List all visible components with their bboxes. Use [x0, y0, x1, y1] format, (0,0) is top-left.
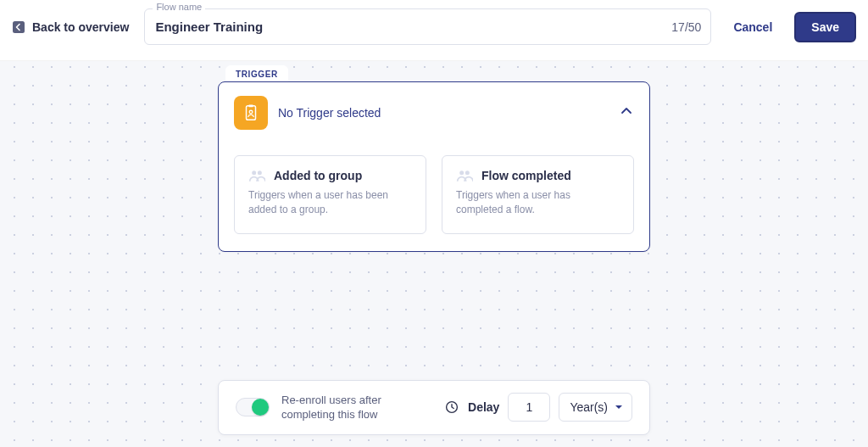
option-title: Flow completed: [481, 169, 571, 182]
reenroll-label: Re-enroll users after completing this fl…: [281, 393, 432, 422]
delay-section: Delay Year(s): [444, 393, 632, 422]
trigger-tab: TRIGGER: [225, 65, 288, 81]
back-label: Back to overview: [32, 20, 129, 34]
cancel-button[interactable]: Cancel: [726, 15, 779, 39]
collapse-button[interactable]: [619, 103, 634, 122]
trigger-icon: [234, 96, 268, 130]
svg-point-5: [258, 170, 262, 175]
trigger-header: No Trigger selected: [234, 96, 634, 130]
flow-name-field: Flow name 17/50: [144, 8, 711, 45]
option-desc: Triggers when a user has been added to a…: [248, 188, 412, 218]
flow-canvas: TRIGGER No Trigger selected: [0, 53, 868, 447]
svg-point-3: [249, 110, 253, 114]
option-title: Added to group: [274, 169, 362, 182]
reenroll-card: Re-enroll users after completing this fl…: [218, 380, 650, 435]
trigger-card: TRIGGER No Trigger selected: [218, 81, 650, 252]
clock-icon: [444, 400, 459, 415]
chevron-up-icon: [619, 103, 634, 122]
delay-label: Delay: [468, 400, 499, 414]
delay-unit-value: Year(s): [570, 400, 608, 414]
reenroll-toggle[interactable]: [236, 398, 270, 416]
svg-point-7: [465, 170, 470, 175]
users-icon: [248, 168, 265, 183]
trigger-option-added-to-group[interactable]: Added to group Triggers when a user has …: [234, 155, 426, 234]
svg-point-6: [459, 170, 464, 175]
trigger-options: Added to group Triggers when a user has …: [234, 155, 634, 234]
delay-unit-select[interactable]: Year(s): [559, 393, 632, 422]
delay-value-input[interactable]: [508, 393, 550, 422]
char-count: 17/50: [671, 20, 701, 34]
save-button[interactable]: Save: [794, 12, 856, 42]
svg-rect-1: [247, 106, 256, 120]
trigger-title: No Trigger selected: [278, 106, 609, 120]
svg-rect-0: [13, 21, 25, 33]
users-icon: [456, 168, 473, 183]
caret-down-icon: [615, 400, 623, 414]
back-link[interactable]: Back to overview: [12, 20, 129, 34]
flow-name-input[interactable]: [144, 8, 711, 45]
svg-rect-2: [248, 104, 253, 107]
trigger-option-flow-completed[interactable]: Flow completed Triggers when a user has …: [442, 155, 634, 234]
toggle-knob: [252, 399, 269, 416]
arrow-left-icon: [12, 20, 25, 34]
option-desc: Triggers when a user has completed a flo…: [456, 188, 620, 218]
svg-point-4: [252, 170, 256, 175]
flow-name-label: Flow name: [153, 2, 205, 12]
